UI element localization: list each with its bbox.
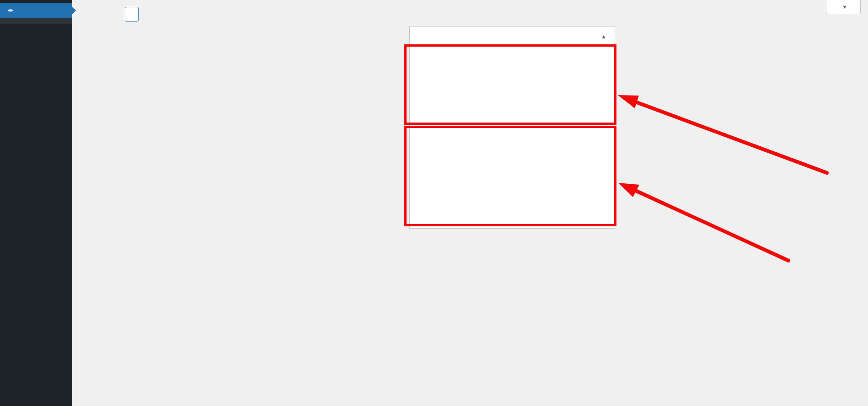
blog-sidebar-panel: ▲ xyxy=(409,26,615,229)
help-tab[interactable]: ▼ xyxy=(826,0,861,14)
annotation-arrow-line-1 xyxy=(636,102,827,173)
sidebar-item-appearance[interactable]: ✒ xyxy=(0,3,72,18)
admin-sidebar: ✒ xyxy=(0,0,72,406)
chevron-down-icon: ▼ xyxy=(842,4,847,10)
blog-sidebar-header[interactable]: ▲ xyxy=(410,27,615,47)
current-menu-arrow xyxy=(72,7,80,14)
annotation-arrowhead-1 xyxy=(618,95,639,108)
appearance-submenu xyxy=(0,18,72,24)
manage-live-preview-button[interactable] xyxy=(125,7,139,21)
annotation-arrowhead-2 xyxy=(618,183,639,197)
annotation-arrow-line-2 xyxy=(636,191,788,261)
appearance-icon: ✒ xyxy=(5,6,16,16)
collapse-up-icon[interactable]: ▲ xyxy=(601,33,606,40)
